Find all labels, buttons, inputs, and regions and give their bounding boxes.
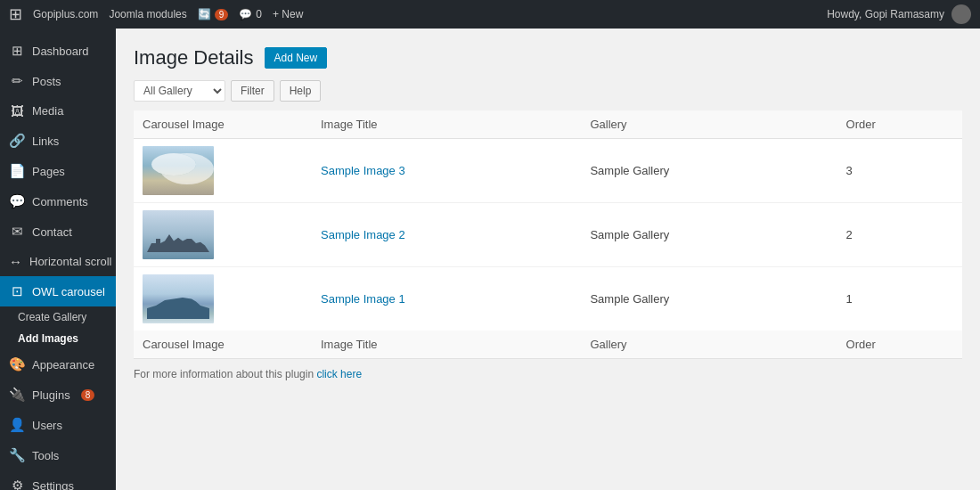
footer-col-carousel-image: Carousel Image [134, 331, 312, 359]
updates-icon: 🔄 [198, 8, 211, 20]
sidebar-item-contact[interactable]: ✉ Contact [0, 216, 116, 247]
posts-icon: ✏ [9, 73, 25, 89]
order-number: 3 [837, 139, 962, 203]
contact-icon: ✉ [9, 224, 25, 240]
plugins-badge: 8 [81, 389, 95, 401]
image-cell [134, 203, 312, 267]
sidebar-item-comments[interactable]: 💬 Comments [0, 186, 116, 216]
main-content-area: Image Details Add New All Gallery Filter… [116, 29, 980, 490]
layout: ⊞ Dashboard ✏ Posts 🖼 Media 🔗 Links 📄 Pa… [0, 0, 980, 490]
admin-bar: ⊞ Gopiplus.com Joomla modules 🔄 9 💬 0 + … [0, 0, 980, 29]
comments-link[interactable]: 💬 0 [239, 8, 262, 20]
site-name-link[interactable]: Gopiplus.com [33, 8, 98, 20]
main-wrapper: Image Details Add New All Gallery Filter… [116, 29, 980, 490]
wp-logo-icon[interactable]: ⊞ [9, 4, 22, 24]
table-row: Sample Image 1Sample Gallery1 [134, 267, 962, 331]
comments-icon: 💬 [239, 8, 252, 20]
sidebar-sub-item-add-images[interactable]: Add Images [0, 328, 116, 349]
add-new-button[interactable]: Add New [265, 47, 328, 69]
sidebar-item-dashboard[interactable]: ⊞ Dashboard [0, 36, 116, 66]
col-carousel-image: Carousel Image [134, 110, 312, 139]
footer-col-image-title: Image Title [312, 331, 581, 359]
sidebar-item-appearance[interactable]: 🎨 Appearance [0, 349, 116, 380]
sidebar-item-pages[interactable]: 📄 Pages [0, 156, 116, 186]
page-header: Image Details Add New [134, 46, 962, 69]
comments-sidebar-icon: 💬 [9, 193, 25, 209]
owl-carousel-icon: ⊡ [9, 283, 25, 299]
gallery-name: Sample Gallery [581, 203, 837, 267]
page-title: Image Details [134, 46, 254, 69]
media-icon: 🖼 [9, 103, 25, 118]
pages-icon: 📄 [9, 163, 25, 179]
new-link[interactable]: + New [273, 8, 303, 20]
thumbnail-image[interactable] [143, 274, 214, 323]
sidebar-item-media[interactable]: 🖼 Media [0, 96, 116, 126]
image-cell [134, 267, 312, 331]
sidebar-item-plugins[interactable]: 🔌 Plugins 8 [0, 380, 116, 410]
help-button[interactable]: Help [280, 80, 322, 102]
gallery-name: Sample Gallery [581, 267, 837, 331]
col-order: Order [837, 110, 962, 139]
sidebar-sub-item-create-gallery[interactable]: Create Gallery [0, 306, 116, 328]
footer-col-order: Order [837, 331, 962, 359]
plugin-info: For more information about this plugin c… [134, 359, 962, 384]
click-here-link[interactable]: click here [316, 368, 362, 380]
image-details-table: Carousel Image Image Title Gallery Order… [134, 110, 962, 359]
sidebar-item-settings[interactable]: ⚙ Settings [0, 470, 116, 490]
joomla-modules-link[interactable]: Joomla modules [109, 8, 186, 20]
image-title-link[interactable]: Sample Image 1 [321, 292, 405, 306]
filter-bar: All Gallery Filter Help [134, 80, 962, 102]
users-icon: 👤 [9, 417, 25, 433]
avatar [951, 4, 971, 24]
gallery-filter-select[interactable]: All Gallery [134, 80, 225, 102]
image-cell [134, 139, 312, 203]
sidebar-item-links[interactable]: 🔗 Links [0, 126, 116, 156]
sidebar-item-posts[interactable]: ✏ Posts [0, 66, 116, 96]
table-footer-row: Carousel Image Image Title Gallery Order [134, 331, 962, 359]
howdy-label: Howdy, Gopi Ramasamy [827, 8, 944, 20]
sidebar-item-owl-carousel[interactable]: ⊡ OWL carousel [0, 276, 116, 306]
sidebar-item-tools[interactable]: 🔧 Tools [0, 440, 116, 470]
appearance-icon: 🎨 [9, 356, 25, 372]
order-number: 2 [837, 203, 962, 267]
links-icon: 🔗 [9, 133, 25, 149]
thumbnail-image[interactable] [143, 210, 214, 259]
sidebar-item-users[interactable]: 👤 Users [0, 410, 116, 440]
plugins-icon: 🔌 [9, 387, 25, 403]
footer-col-gallery: Gallery [581, 331, 837, 359]
tools-icon: 🔧 [9, 447, 25, 463]
image-title-link[interactable]: Sample Image 3 [321, 164, 405, 177]
settings-icon: ⚙ [9, 478, 25, 490]
table-row: Sample Image 3Sample Gallery3 [134, 139, 962, 203]
col-image-title: Image Title [312, 110, 581, 139]
dashboard-icon: ⊞ [9, 43, 25, 59]
table-header-row: Carousel Image Image Title Gallery Order [134, 110, 962, 139]
sidebar-item-horizontal-scroll[interactable]: ↔ Horizontal scroll [0, 247, 116, 276]
updates-link[interactable]: 🔄 9 [198, 8, 229, 20]
table-row: Sample Image 2Sample Gallery2 [134, 203, 962, 267]
sidebar: ⊞ Dashboard ✏ Posts 🖼 Media 🔗 Links 📄 Pa… [0, 29, 116, 490]
order-number: 1 [837, 267, 962, 331]
image-title-link[interactable]: Sample Image 2 [321, 228, 405, 241]
gallery-name: Sample Gallery [581, 139, 837, 203]
thumbnail-image[interactable] [143, 146, 214, 195]
filter-button[interactable]: Filter [231, 80, 274, 102]
horizontal-scroll-icon: ↔ [9, 254, 22, 269]
col-gallery: Gallery [581, 110, 837, 139]
